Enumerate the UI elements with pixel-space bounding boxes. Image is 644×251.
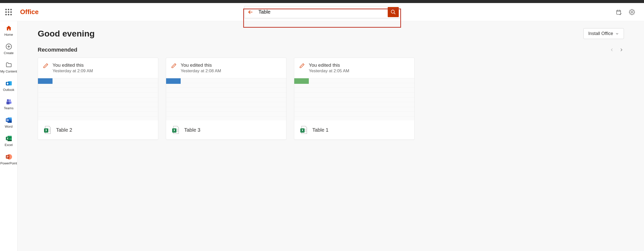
window-titlebar	[0, 0, 644, 3]
calendar-check-button[interactable]	[616, 9, 622, 15]
sidebar-item-label: PowerPoint	[0, 161, 17, 165]
svg-text:X: X	[173, 129, 175, 132]
card-time-text: Yesterday at 2:08 AM	[181, 68, 221, 74]
document-card[interactable]: You edited this Yesterday at 2:08 AM X T…	[166, 58, 286, 140]
document-name: Table 2	[56, 127, 72, 133]
excel-icon: X	[5, 135, 12, 142]
sidebar-item-label: Word	[5, 125, 13, 128]
svg-point-6	[7, 83, 8, 85]
card-header: You edited this Yesterday at 2:05 AM	[294, 58, 414, 78]
main-content: Good evening Install Office Recommended	[18, 21, 644, 251]
card-header: You edited this Yesterday at 2:09 AM	[38, 58, 158, 78]
greeting-text: Good evening	[38, 29, 95, 39]
card-time-text: Yesterday at 2:09 AM	[53, 68, 93, 74]
sidebar-item-label: My Content	[0, 69, 17, 73]
word-icon: W	[5, 117, 12, 124]
pencil-icon	[171, 63, 177, 68]
carousel-arrows	[609, 47, 624, 52]
svg-point-7	[9, 99, 11, 101]
card-footer: X Table 2	[38, 120, 158, 139]
card-footer: X Table 3	[166, 120, 286, 139]
install-office-label: Install Office	[588, 31, 613, 36]
document-name: Table 3	[184, 127, 201, 133]
folder-icon	[5, 61, 12, 68]
document-preview	[294, 78, 414, 120]
carousel-next-button[interactable]	[619, 47, 624, 52]
chevron-right-icon	[619, 47, 624, 52]
sidebar-item-excel[interactable]: X Excel	[0, 134, 17, 148]
search-submit-button[interactable]	[388, 7, 399, 17]
brand-title[interactable]: Office	[20, 8, 39, 16]
svg-rect-10	[9, 101, 11, 104]
sidebar-item-teams[interactable]: Teams	[0, 97, 17, 111]
recommended-title: Recommended	[38, 47, 77, 53]
pencil-icon	[43, 63, 48, 68]
card-action-text: You edited this	[309, 62, 349, 68]
greeting-row: Good evening Install Office	[38, 28, 624, 39]
svg-rect-1	[617, 10, 621, 14]
outlook-icon	[5, 80, 12, 87]
home-icon	[5, 25, 12, 32]
sidebar-item-label: Excel	[5, 143, 13, 147]
sidebar-item-home[interactable]: Home	[0, 24, 17, 38]
svg-point-2	[631, 11, 633, 13]
chevron-left-icon	[609, 47, 614, 52]
svg-text:X: X	[302, 129, 304, 132]
waffle-icon	[5, 9, 12, 15]
svg-text:X: X	[45, 129, 47, 132]
svg-text:P: P	[7, 155, 8, 158]
document-preview	[38, 78, 158, 120]
sidebar: Home Create My Content Outlook Teams	[0, 21, 18, 251]
sidebar-item-label: Home	[4, 33, 13, 37]
card-header: You edited this Yesterday at 2:08 AM	[166, 58, 286, 78]
sidebar-item-label: Create	[4, 51, 14, 55]
gear-icon	[629, 9, 635, 15]
recommended-header: Recommended	[38, 47, 624, 53]
sidebar-item-create[interactable]: Create	[0, 42, 17, 56]
carousel-prev-button[interactable]	[609, 47, 614, 52]
document-card[interactable]: You edited this Yesterday at 2:09 AM X T…	[38, 58, 158, 140]
pencil-icon	[299, 63, 305, 68]
header-bar: Office	[0, 3, 644, 21]
recommended-cards: You edited this Yesterday at 2:09 AM X T…	[38, 58, 624, 140]
card-action-text: You edited this	[181, 62, 221, 68]
plus-circle-icon	[5, 43, 12, 50]
sidebar-item-word[interactable]: W Word	[0, 116, 17, 129]
teams-icon	[5, 98, 12, 105]
header-actions	[616, 9, 644, 15]
sidebar-item-outlook[interactable]: Outlook	[0, 79, 17, 93]
document-preview	[166, 78, 286, 120]
settings-button[interactable]	[629, 9, 635, 15]
install-office-button[interactable]: Install Office	[583, 28, 624, 39]
search-icon	[390, 9, 396, 15]
document-name: Table 1	[312, 127, 329, 133]
sidebar-item-label: Outlook	[3, 88, 14, 92]
search-input[interactable]	[257, 9, 388, 15]
svg-text:W: W	[6, 119, 9, 122]
arrow-left-icon	[247, 9, 254, 15]
svg-rect-9	[6, 101, 10, 104]
card-footer: X Table 1	[294, 120, 414, 139]
app-launcher-button[interactable]	[0, 9, 17, 15]
sidebar-item-my-content[interactable]: My Content	[0, 60, 17, 74]
excel-file-icon: X	[43, 125, 52, 134]
svg-text:X: X	[7, 137, 8, 140]
card-time-text: Yesterday at 2:05 AM	[309, 68, 349, 74]
calendar-check-icon	[616, 9, 622, 15]
svg-point-8	[7, 99, 9, 101]
search-back-button[interactable]	[244, 9, 257, 15]
sidebar-item-powerpoint[interactable]: P PowerPoint	[0, 152, 17, 166]
excel-file-icon: X	[299, 125, 308, 134]
powerpoint-icon: P	[5, 153, 12, 160]
card-action-text: You edited this	[53, 62, 93, 68]
main-layout: Home Create My Content Outlook Teams	[0, 21, 644, 251]
sidebar-item-label: Teams	[4, 106, 13, 110]
document-card[interactable]: You edited this Yesterday at 2:05 AM X T…	[294, 58, 415, 140]
search-bar	[244, 6, 400, 18]
excel-file-icon: X	[171, 125, 180, 134]
svg-point-0	[391, 10, 394, 13]
search-container	[244, 6, 400, 18]
chevron-down-icon	[615, 32, 619, 36]
